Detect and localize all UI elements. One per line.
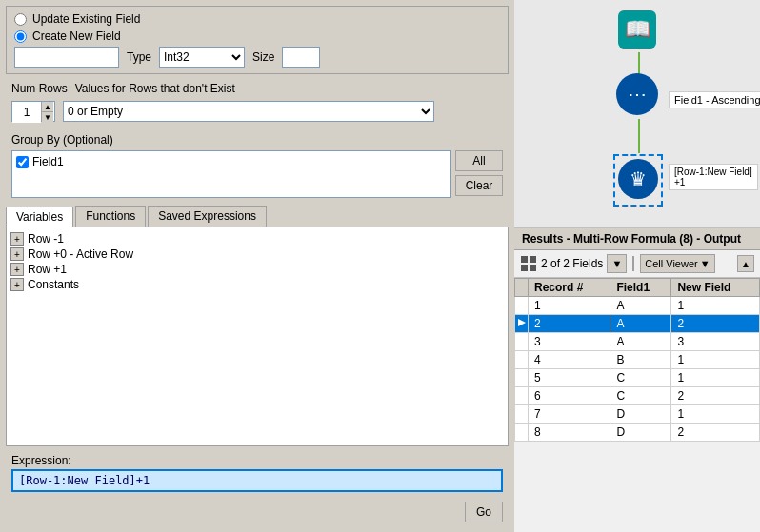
- num-rows-spinner[interactable]: ▲ ▼: [11, 101, 55, 122]
- cell-new-field: 1: [671, 297, 760, 315]
- num-rows-inner: ▲ ▼ 0 or Empty: [11, 101, 503, 122]
- formula-label: [Row-1:New Field] +1: [669, 164, 758, 190]
- size-input[interactable]: 4: [282, 47, 320, 68]
- expand-icon-minus1[interactable]: +: [10, 232, 24, 246]
- col-field1: Field1: [610, 279, 671, 297]
- scroll-up-btn[interactable]: ▲: [737, 255, 754, 272]
- svg-text:📖: 📖: [625, 16, 651, 42]
- svg-text:⋯: ⋯: [628, 84, 647, 105]
- tab-content: + Row -1 + Row +0 - Active Row + Row +1 …: [6, 227, 509, 446]
- tab-functions[interactable]: Functions: [75, 206, 146, 227]
- table-row[interactable]: 2A2: [515, 315, 760, 333]
- formula-node[interactable]: ♛: [613, 154, 663, 207]
- clear-button[interactable]: Clear: [455, 175, 503, 196]
- fields-dropdown[interactable]: ▼: [607, 254, 627, 273]
- field-name-input[interactable]: New Field: [14, 47, 119, 68]
- cell-field1: C: [610, 387, 671, 405]
- fields-count: 2 of 2 Fields: [541, 257, 603, 270]
- field-type-size-row: New Field Type Int32 Size 4: [14, 47, 500, 68]
- results-tbody: 1A12A23A34B15C16C27D18D2: [515, 297, 760, 442]
- results-table-wrap: Record # Field1 New Field 1A12A23A34B15C…: [514, 278, 760, 532]
- table-header-row: Record # Field1 New Field: [515, 279, 760, 297]
- svg-marker-10: [518, 319, 526, 326]
- type-select[interactable]: Int32: [159, 47, 245, 68]
- results-table: Record # Field1 New Field 1A12A23A34B15C…: [514, 278, 760, 442]
- all-button[interactable]: All: [455, 150, 503, 171]
- tabs-bar: Variables Functions Saved Expressions: [6, 206, 509, 227]
- cell-record-id: 1: [529, 297, 610, 315]
- viewer-btn[interactable]: Cell Viewer ▼: [640, 254, 714, 273]
- row-marker: [515, 315, 529, 333]
- update-field-radio[interactable]: [14, 13, 27, 26]
- values-label: Values for Rows that don't Exist: [75, 82, 235, 95]
- tabs-section: Variables Functions Saved Expressions + …: [6, 206, 509, 446]
- num-rows-section: Num Rows Values for Rows that don't Exis…: [6, 78, 509, 126]
- cell-field1: D: [610, 424, 671, 442]
- cell-new-field: 1: [671, 351, 760, 369]
- workflow-area: 📖 ⋯ Field1 - Ascending ♛ [Row-1:New Fiel…: [514, 0, 760, 228]
- create-field-label: Create New Field: [32, 30, 121, 43]
- expression-label: Expression:: [11, 454, 503, 467]
- row-marker: [515, 333, 529, 351]
- go-button[interactable]: Go: [465, 502, 503, 522]
- spinner-down[interactable]: ▼: [42, 112, 53, 123]
- table-row[interactable]: 7D1: [515, 405, 760, 424]
- create-field-radio[interactable]: [14, 30, 27, 43]
- cell-new-field: 1: [671, 405, 760, 424]
- row-marker: [515, 387, 529, 405]
- spinner-buttons: ▲ ▼: [41, 102, 53, 121]
- row-marker: [515, 297, 529, 315]
- go-row: Go: [6, 498, 509, 526]
- results-toolbar: 2 of 2 Fields ▼ Cell Viewer ▼ ▲: [514, 250, 760, 278]
- group-by-item: Field1: [16, 155, 447, 168]
- tab-variables[interactable]: Variables: [6, 207, 73, 227]
- svg-text:♛: ♛: [630, 168, 647, 189]
- tab-saved-expressions[interactable]: Saved Expressions: [148, 206, 267, 227]
- cell-record-id: 2: [529, 315, 610, 333]
- group-by-label: Group By (Optional): [11, 133, 503, 147]
- table-row[interactable]: 1A1: [515, 297, 760, 315]
- cell-record-id: 5: [529, 369, 610, 387]
- cell-field1: A: [610, 315, 671, 333]
- connector-2: [638, 119, 640, 153]
- tree-row-minus1[interactable]: + Row -1: [10, 231, 504, 246]
- tree-label-minus1: Row -1: [28, 232, 64, 246]
- cell-record-id: 4: [529, 351, 610, 369]
- tree-label-plus1: Row +1: [28, 263, 67, 276]
- sort-label: Field1 - Ascending: [669, 91, 760, 108]
- expression-section: Expression: [Row-1:New Field]+1: [6, 450, 509, 494]
- cell-field1: B: [610, 351, 671, 369]
- results-panel: Results - Multi-Row Formula (8) - Output…: [514, 228, 760, 532]
- cell-new-field: 2: [671, 387, 760, 405]
- right-panel: 📖 ⋯ Field1 - Ascending ♛ [Row-1:New Fiel…: [514, 0, 760, 532]
- expand-icon-constants[interactable]: +: [10, 278, 24, 291]
- cell-new-field: 1: [671, 369, 760, 387]
- tree-row-constants[interactable]: + Constants: [10, 277, 504, 292]
- col-new-field: New Field: [671, 279, 760, 297]
- table-row[interactable]: 5C1: [515, 369, 760, 387]
- table-row[interactable]: 4B1: [515, 351, 760, 369]
- table-row[interactable]: 8D2: [515, 424, 760, 442]
- spinner-up[interactable]: ▲: [42, 102, 53, 112]
- num-rows-input[interactable]: [12, 102, 41, 123]
- cell-record-id: 7: [529, 405, 610, 424]
- expand-icon-plus1[interactable]: +: [10, 263, 24, 276]
- sort-node[interactable]: ⋯: [615, 72, 659, 119]
- svg-rect-6: [521, 256, 528, 263]
- group-by-section: Group By (Optional) Field1 All Clear: [6, 129, 509, 202]
- col-marker: [515, 279, 529, 297]
- tree-row-plus1[interactable]: + Row +1: [10, 262, 504, 277]
- book-node[interactable]: 📖: [615, 8, 659, 54]
- left-panel: Update Existing Field Create New Field N…: [0, 0, 514, 532]
- field1-checkbox[interactable]: [16, 156, 29, 168]
- tree-row-active[interactable]: + Row +0 - Active Row: [10, 246, 504, 262]
- size-label: Size: [252, 50, 274, 64]
- expression-box[interactable]: [Row-1:New Field]+1: [11, 469, 503, 492]
- table-row[interactable]: 6C2: [515, 387, 760, 405]
- cell-field1: D: [610, 405, 671, 424]
- group-by-list[interactable]: Field1: [11, 150, 451, 198]
- expand-icon-active[interactable]: +: [10, 247, 24, 261]
- values-select[interactable]: 0 or Empty: [63, 101, 434, 122]
- table-row[interactable]: 3A3: [515, 333, 760, 351]
- num-rows-label: Num Rows: [11, 82, 68, 95]
